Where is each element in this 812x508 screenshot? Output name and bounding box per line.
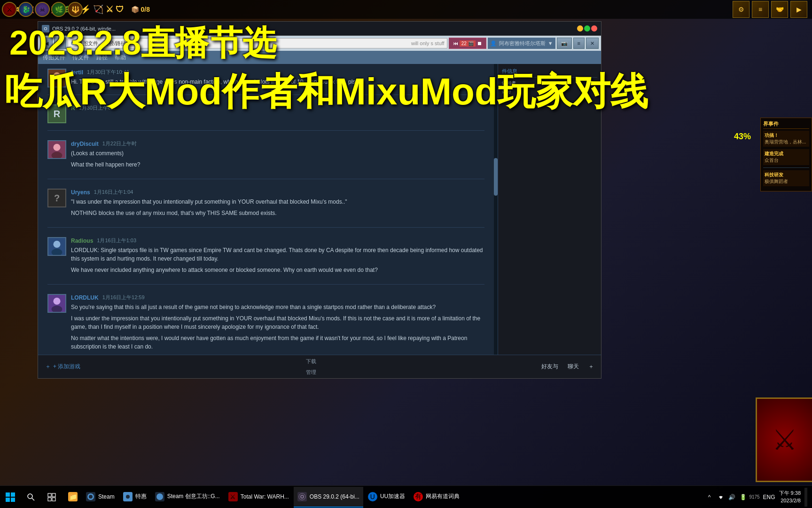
steam-app-1-label: Steam [98, 493, 115, 500]
maximize-button[interactable] [584, 25, 590, 32]
add-game-label: + 添加游戏 [53, 363, 80, 371]
comment-body-lordluk: LORDLUK 1月16日上午12:59 So you're saying th… [71, 294, 484, 355]
game-end-turn-btn[interactable]: ▶ [790, 1, 807, 18]
game-faction-icons: ⚔ 🐉 ☠ 🌿 🔱 [0, 0, 108, 19]
question-mark-icon: ? [54, 193, 60, 204]
taskbar-app-uu[interactable]: U UU加速器 [364, 487, 409, 508]
tray-network-icon[interactable] [716, 492, 726, 502]
obs-icon-2: ⏹ [477, 40, 482, 46]
game-top-right-buttons: ⚙ ≡ 🤝 ▶ [733, 1, 807, 18]
taskbar-app-steam-sale[interactable]: 特惠 [119, 487, 150, 508]
percent-indicator: 43% [734, 132, 751, 142]
clock-time: 下午 9:38 [779, 490, 801, 497]
overlay-subtitle: 吃瓜R大Mod作者和MixuMod玩家对线 [5, 73, 648, 111]
taskbar-app-workshop[interactable]: Steam 创意工坊::G... [151, 487, 224, 508]
window-controls [577, 25, 597, 32]
search-button[interactable] [21, 487, 41, 508]
avatar-lordluk [47, 294, 66, 313]
taskbar-app-steam-1[interactable]: Steam [82, 487, 118, 508]
system-tray: ^ 🔊 🔋 9175 ENG 下午 9:38 2023/2/8 [700, 488, 812, 507]
game-top-bar: ⚔ 🐉 ☠ 🌿 🔱 ⭐ 4191 (2469) 🌿 4 ⚡ 🏹 ⚔ 🛡 📦 0/… [0, 0, 812, 19]
workshop-label: Steam 创意工坊::G... [167, 492, 220, 500]
game-settings-btn[interactable]: ⚙ [733, 1, 750, 18]
text-radious: LORDLUK: Single startpos file is in TW g… [71, 246, 484, 274]
system-clock[interactable]: 下午 9:38 2023/2/8 [779, 490, 801, 504]
scrollbar-thumb[interactable] [494, 158, 498, 196]
svg-point-22 [156, 493, 163, 500]
obs-taskbar-icon [297, 492, 307, 501]
taskbar-app-explorer[interactable]: 📁 [64, 487, 81, 508]
steam-icon-sale [123, 492, 133, 501]
event-item-2[interactable]: 建造完成 众首台 [763, 149, 809, 165]
time-lordluk: 1月16日上午12:59 [102, 294, 145, 301]
resource-slots: 📦 0/8 [131, 6, 149, 13]
minimize-button[interactable] [577, 25, 583, 32]
game-diplomacy-btn[interactable]: 🤝 [771, 1, 788, 18]
avatar-radious [47, 237, 66, 256]
show-desktop-button[interactable] [804, 488, 807, 507]
nav-screenshot[interactable]: 📷 [557, 38, 572, 49]
totalwar-label: Total War: WARH... [241, 493, 289, 500]
add-game-button[interactable]: ＋ + 添加游戏 [45, 363, 80, 371]
svg-point-19 [89, 495, 93, 499]
svg-point-4 [53, 144, 60, 151]
obs-taskbar-label: OBS 29.0.2 (64-bi... [310, 493, 359, 500]
faction-icon-3[interactable]: ☠ [35, 2, 50, 17]
task-view-button[interactable] [41, 487, 62, 508]
network-icon [717, 493, 725, 501]
avatar-uryens: ? [47, 189, 66, 207]
author-lordluk: LORDLUK [71, 294, 99, 301]
event-panel-title: 界事件 [763, 120, 809, 129]
svg-point-25 [301, 496, 303, 498]
friends-label[interactable]: 好友与 [541, 363, 558, 371]
comment-body-uryens: Uryens 1月16日上午1:04 "I was under the impr… [71, 189, 484, 220]
svg-point-12 [28, 494, 32, 499]
steam-icon-1 [86, 492, 95, 501]
faction-icon-5[interactable]: 🔱 [68, 2, 83, 17]
portrait-icon: ⚔ [772, 423, 797, 456]
plus-icon: ＋ [45, 363, 51, 371]
download-area[interactable]: 下载 管理 [306, 358, 316, 376]
taskbar: 📁 Steam 特惠 [0, 485, 812, 508]
text-dry: (Looks at comments) What the hell happen… [71, 149, 484, 169]
faction-icon-4[interactable]: 🌿 [51, 2, 66, 17]
steam-bottom-bar: ＋ + 添加游戏 下载 管理 好友与 聊天 ＋ [38, 355, 601, 378]
taskbar-app-youdao[interactable]: 有 网易有道词典 [410, 487, 463, 508]
nav-close[interactable]: ✕ [586, 38, 599, 49]
uu-label: UU加速器 [380, 492, 405, 500]
task-view-icon [47, 493, 56, 501]
taskbar-app-totalwar[interactable]: ⚔ Total War: WARH... [225, 487, 293, 508]
faction-icon-1[interactable]: ⚔ [2, 2, 17, 17]
text-uryens: "I was under the impression that you int… [71, 198, 484, 217]
tray-battery-icon[interactable]: 🔋 [739, 492, 748, 502]
author-uryens: Uryens [71, 189, 90, 196]
svg-rect-15 [52, 493, 55, 497]
obs-record-btn[interactable]: ⏮ 22 🎬 ⏹ [449, 38, 486, 49]
steam-user-area[interactable]: 👤 阿布密雅特塔尔塔斯 ▼ [488, 38, 555, 49]
chevron-down-icon: ▼ [548, 40, 553, 46]
comment-uryens: ? Uryens 1月16日上午1:04 "I was under the im… [47, 189, 484, 228]
windows-logo-icon [6, 492, 15, 502]
faction-icon-2[interactable]: 🐉 [18, 2, 33, 17]
event-divider [763, 167, 809, 168]
bottom-nav: 好友与 聊天 ＋ [541, 363, 594, 371]
time-uryens: 1月16日上午1:04 [94, 189, 133, 196]
close-button[interactable] [591, 25, 597, 32]
tray-up-arrow[interactable]: ^ [705, 492, 714, 502]
event-item-1[interactable]: 功搞！ 奥瑞营营地，丛林... [763, 131, 809, 147]
avatar-dry [47, 140, 66, 159]
event-item-3[interactable]: 科技研发 极俱舞蹈者 [763, 170, 809, 186]
nav-options[interactable]: ≡ [573, 38, 585, 49]
manage-downloads-label: 管理 [306, 369, 316, 376]
author-radious: Radious [71, 238, 93, 244]
chat-label[interactable]: 聊天 [568, 363, 579, 371]
start-button[interactable] [0, 487, 21, 508]
friends-plus-icon[interactable]: ＋ [588, 363, 594, 371]
svg-rect-14 [48, 493, 51, 497]
game-menu-btn[interactable]: ≡ [752, 1, 769, 18]
taskbar-app-obs[interactable]: OBS 29.0.2 (64-bi... [294, 487, 363, 508]
taskbar-app-list: 📁 Steam 特惠 [62, 487, 700, 508]
keyboard-lang[interactable]: ENG [763, 494, 775, 500]
text-lordluk: So you're saying that this is all just a… [71, 303, 484, 355]
tray-sound-icon[interactable]: 🔊 [727, 492, 737, 502]
